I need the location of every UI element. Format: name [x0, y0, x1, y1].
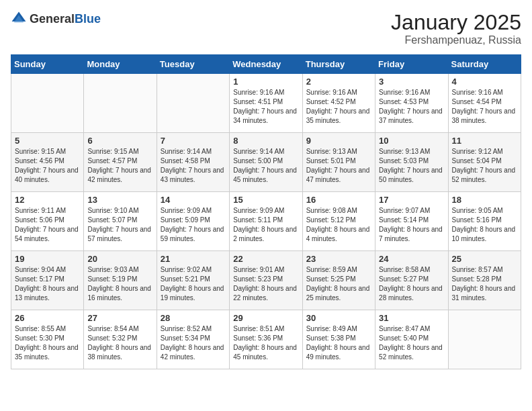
page-header: GeneralBlue January 2025 Fershampenuaz, … — [11, 11, 521, 46]
day-number: 9 — [306, 136, 371, 146]
calendar-cell: 22Sunrise: 9:01 AM Sunset: 5:23 PM Dayli… — [230, 251, 302, 310]
calendar-cell: 4Sunrise: 9:16 AM Sunset: 4:54 PM Daylig… — [448, 74, 521, 133]
weekday-header-saturday: Saturday — [448, 55, 521, 74]
calendar-cell: 16Sunrise: 9:08 AM Sunset: 5:12 PM Dayli… — [302, 192, 375, 251]
day-info: Sunrise: 9:09 AM Sunset: 5:09 PM Dayligh… — [161, 206, 226, 244]
weekday-header-monday: Monday — [84, 55, 157, 74]
day-info: Sunrise: 8:47 AM Sunset: 5:40 PM Dayligh… — [379, 324, 444, 362]
calendar-cell: 24Sunrise: 8:58 AM Sunset: 5:27 PM Dayli… — [375, 251, 448, 310]
day-info: Sunrise: 9:16 AM Sunset: 4:53 PM Dayligh… — [379, 88, 444, 126]
calendar-cell: 28Sunrise: 8:52 AM Sunset: 5:34 PM Dayli… — [157, 310, 229, 369]
calendar-cell: 25Sunrise: 8:57 AM Sunset: 5:28 PM Dayli… — [448, 251, 521, 310]
day-number: 11 — [452, 136, 517, 146]
calendar-cell: 3Sunrise: 9:16 AM Sunset: 4:53 PM Daylig… — [375, 74, 448, 133]
day-number: 14 — [161, 195, 226, 205]
day-info: Sunrise: 8:49 AM Sunset: 5:38 PM Dayligh… — [306, 324, 371, 362]
day-info: Sunrise: 9:04 AM Sunset: 5:17 PM Dayligh… — [15, 265, 80, 303]
day-number: 16 — [306, 195, 371, 205]
calendar-cell: 29Sunrise: 8:51 AM Sunset: 5:36 PM Dayli… — [230, 310, 302, 369]
calendar-cell: 18Sunrise: 9:05 AM Sunset: 5:16 PM Dayli… — [448, 192, 521, 251]
day-number: 15 — [233, 195, 298, 205]
calendar-cell: 11Sunrise: 9:12 AM Sunset: 5:04 PM Dayli… — [448, 133, 521, 192]
calendar-cell: 10Sunrise: 9:13 AM Sunset: 5:03 PM Dayli… — [375, 133, 448, 192]
day-number: 4 — [452, 77, 517, 87]
day-info: Sunrise: 9:10 AM Sunset: 5:07 PM Dayligh… — [87, 206, 152, 244]
calendar-cell: 19Sunrise: 9:04 AM Sunset: 5:17 PM Dayli… — [11, 251, 84, 310]
calendar-week-row: 26Sunrise: 8:55 AM Sunset: 5:30 PM Dayli… — [11, 310, 521, 369]
day-number: 27 — [87, 313, 152, 323]
calendar-cell: 31Sunrise: 8:47 AM Sunset: 5:40 PM Dayli… — [375, 310, 448, 369]
day-info: Sunrise: 9:14 AM Sunset: 5:00 PM Dayligh… — [233, 147, 298, 185]
day-number: 30 — [306, 313, 371, 323]
day-info: Sunrise: 9:16 AM Sunset: 4:54 PM Dayligh… — [452, 88, 517, 126]
logo: GeneralBlue — [11, 11, 101, 27]
calendar-week-row: 12Sunrise: 9:11 AM Sunset: 5:06 PM Dayli… — [11, 192, 521, 251]
logo-text-general: General — [30, 12, 75, 26]
calendar-cell — [157, 74, 229, 133]
calendar-title: January 2025 — [391, 11, 521, 34]
calendar-cell: 8Sunrise: 9:14 AM Sunset: 5:00 PM Daylig… — [230, 133, 302, 192]
logo-text-blue: Blue — [75, 12, 101, 26]
day-info: Sunrise: 9:15 AM Sunset: 4:56 PM Dayligh… — [15, 147, 80, 185]
day-info: Sunrise: 9:07 AM Sunset: 5:14 PM Dayligh… — [379, 206, 444, 244]
day-number: 5 — [15, 136, 80, 146]
day-info: Sunrise: 8:52 AM Sunset: 5:34 PM Dayligh… — [161, 324, 226, 362]
calendar-cell: 23Sunrise: 8:59 AM Sunset: 5:25 PM Dayli… — [302, 251, 375, 310]
day-info: Sunrise: 9:12 AM Sunset: 5:04 PM Dayligh… — [452, 147, 517, 185]
calendar-cell: 6Sunrise: 9:15 AM Sunset: 4:57 PM Daylig… — [84, 133, 157, 192]
day-info: Sunrise: 9:05 AM Sunset: 5:16 PM Dayligh… — [452, 206, 517, 244]
calendar-cell: 17Sunrise: 9:07 AM Sunset: 5:14 PM Dayli… — [375, 192, 448, 251]
day-number: 24 — [379, 254, 444, 264]
day-info: Sunrise: 9:09 AM Sunset: 5:11 PM Dayligh… — [233, 206, 298, 244]
day-number: 1 — [233, 77, 298, 87]
calendar-cell: 21Sunrise: 9:02 AM Sunset: 5:21 PM Dayli… — [157, 251, 229, 310]
day-info: Sunrise: 9:16 AM Sunset: 4:51 PM Dayligh… — [233, 88, 298, 126]
day-number: 28 — [161, 313, 226, 323]
day-info: Sunrise: 9:13 AM Sunset: 5:03 PM Dayligh… — [379, 147, 444, 185]
calendar-cell: 27Sunrise: 8:54 AM Sunset: 5:32 PM Dayli… — [84, 310, 157, 369]
day-number: 19 — [15, 254, 80, 264]
day-number: 8 — [233, 136, 298, 146]
day-number: 13 — [87, 195, 152, 205]
day-number: 10 — [379, 136, 444, 146]
weekday-header-wednesday: Wednesday — [230, 55, 302, 74]
day-info: Sunrise: 9:14 AM Sunset: 4:58 PM Dayligh… — [161, 147, 226, 185]
calendar-cell: 15Sunrise: 9:09 AM Sunset: 5:11 PM Dayli… — [230, 192, 302, 251]
day-info: Sunrise: 8:59 AM Sunset: 5:25 PM Dayligh… — [306, 265, 371, 303]
calendar-week-row: 19Sunrise: 9:04 AM Sunset: 5:17 PM Dayli… — [11, 251, 521, 310]
calendar-cell — [448, 310, 521, 369]
calendar-cell: 1Sunrise: 9:16 AM Sunset: 4:51 PM Daylig… — [230, 74, 302, 133]
day-number: 17 — [379, 195, 444, 205]
day-info: Sunrise: 9:03 AM Sunset: 5:19 PM Dayligh… — [87, 265, 152, 303]
day-number: 22 — [233, 254, 298, 264]
calendar-table: SundayMondayTuesdayWednesdayThursdayFrid… — [11, 54, 521, 369]
calendar-cell: 13Sunrise: 9:10 AM Sunset: 5:07 PM Dayli… — [84, 192, 157, 251]
day-info: Sunrise: 8:58 AM Sunset: 5:27 PM Dayligh… — [379, 265, 444, 303]
day-info: Sunrise: 9:13 AM Sunset: 5:01 PM Dayligh… — [306, 147, 371, 185]
weekday-header-sunday: Sunday — [11, 55, 84, 74]
calendar-subtitle: Fershampenuaz, Russia — [391, 34, 521, 46]
calendar-cell: 20Sunrise: 9:03 AM Sunset: 5:19 PM Dayli… — [84, 251, 157, 310]
calendar-cell: 14Sunrise: 9:09 AM Sunset: 5:09 PM Dayli… — [157, 192, 229, 251]
day-number: 23 — [306, 254, 371, 264]
calendar-cell: 12Sunrise: 9:11 AM Sunset: 5:06 PM Dayli… — [11, 192, 84, 251]
calendar-cell: 26Sunrise: 8:55 AM Sunset: 5:30 PM Dayli… — [11, 310, 84, 369]
day-number: 26 — [15, 313, 80, 323]
day-info: Sunrise: 8:54 AM Sunset: 5:32 PM Dayligh… — [87, 324, 152, 362]
day-info: Sunrise: 9:02 AM Sunset: 5:21 PM Dayligh… — [161, 265, 226, 303]
day-number: 18 — [452, 195, 517, 205]
calendar-cell: 9Sunrise: 9:13 AM Sunset: 5:01 PM Daylig… — [302, 133, 375, 192]
day-number: 21 — [161, 254, 226, 264]
day-number: 29 — [233, 313, 298, 323]
calendar-cell: 7Sunrise: 9:14 AM Sunset: 4:58 PM Daylig… — [157, 133, 229, 192]
calendar-cell: 30Sunrise: 8:49 AM Sunset: 5:38 PM Dayli… — [302, 310, 375, 369]
calendar-cell — [11, 74, 84, 133]
title-block: January 2025 Fershampenuaz, Russia — [391, 11, 521, 46]
weekday-header-row: SundayMondayTuesdayWednesdayThursdayFrid… — [11, 55, 521, 74]
calendar-week-row: 5Sunrise: 9:15 AM Sunset: 4:56 PM Daylig… — [11, 133, 521, 192]
day-info: Sunrise: 8:57 AM Sunset: 5:28 PM Dayligh… — [452, 265, 517, 303]
calendar-cell — [84, 74, 157, 133]
weekday-header-thursday: Thursday — [302, 55, 375, 74]
day-info: Sunrise: 9:11 AM Sunset: 5:06 PM Dayligh… — [15, 206, 80, 244]
calendar-cell: 2Sunrise: 9:16 AM Sunset: 4:52 PM Daylig… — [302, 74, 375, 133]
